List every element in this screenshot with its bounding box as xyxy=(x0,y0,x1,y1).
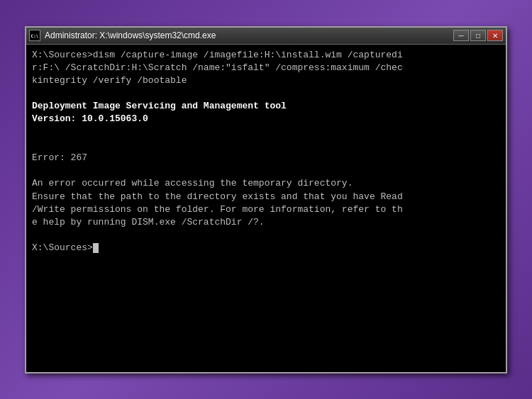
console-empty-line xyxy=(32,139,500,152)
window-controls: ─ □ ✕ xyxy=(453,30,503,41)
console-empty-line xyxy=(32,126,500,139)
cmd-window: C:\ Administrator: X:\windows\system32\c… xyxy=(25,26,507,373)
minimize-button[interactable]: ─ xyxy=(453,30,469,41)
console-text-line: An error occurred while accessing the te… xyxy=(32,177,500,190)
console-empty-line xyxy=(32,229,500,242)
window-title: Administrator: X:\windows\system32\cmd.e… xyxy=(45,30,453,40)
titlebar: C:\ Administrator: X:\windows\system32\c… xyxy=(26,28,506,45)
console-text-line: /Write permissions on the folder. For mo… xyxy=(32,203,500,216)
console-empty-line xyxy=(32,87,500,100)
console-output[interactable]: X:\Sources>dism /capture-image /imagefil… xyxy=(26,45,506,372)
console-text-line: X:\Sources>dism /capture-image /imagefil… xyxy=(32,49,500,62)
console-text-line: kintegrity /verify /bootable xyxy=(32,74,500,87)
desktop-background: C:\ Administrator: X:\windows\system32\c… xyxy=(0,0,532,399)
console-empty-line xyxy=(32,164,500,177)
console-text-line: Error: 267 xyxy=(32,152,500,164)
console-cursor xyxy=(93,243,99,253)
restore-button[interactable]: □ xyxy=(470,30,486,41)
console-text-line: e help by running DISM.exe /ScratchDir /… xyxy=(32,216,500,229)
console-text-line: Ensure that the path to the directory ex… xyxy=(32,191,500,203)
close-button[interactable]: ✕ xyxy=(487,30,503,41)
console-text-line: Deployment Image Servicing and Managemen… xyxy=(32,100,500,113)
console-prompt-line: X:\Sources> xyxy=(32,242,500,254)
window-icon: C:\ xyxy=(29,30,40,41)
console-text-line: r:F:\ /ScratchDir:H:\Scratch /name:"isfa… xyxy=(32,62,500,74)
console-text-line: Version: 10.0.15063.0 xyxy=(32,113,500,125)
